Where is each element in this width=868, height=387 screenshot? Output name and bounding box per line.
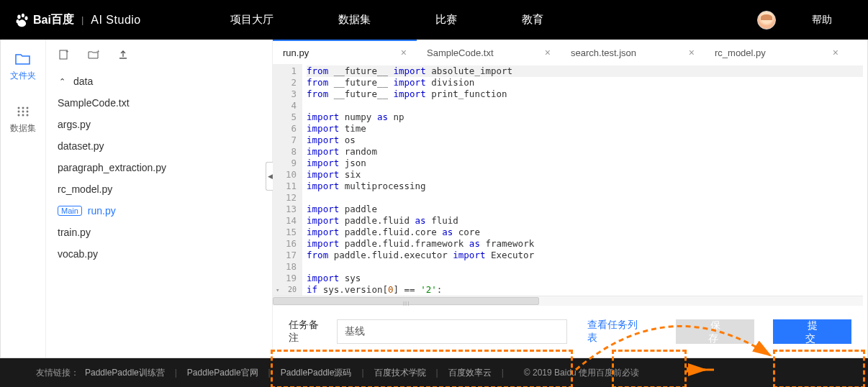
tab-samplecode[interactable]: SampleCode.txt× xyxy=(417,40,561,64)
code-editor[interactable]: 123456789101112131415161718192021222324 … xyxy=(273,64,867,296)
note-label: 任务备注 xyxy=(289,319,327,345)
tree-file[interactable]: rc_model.py xyxy=(55,178,263,200)
submit-button[interactable]: 提 交 xyxy=(773,319,851,344)
task-note-input[interactable] xyxy=(337,319,567,344)
save-button[interactable]: 保 存 xyxy=(676,319,754,344)
svg-point-9 xyxy=(27,111,29,113)
tree-file-selected[interactable]: Main run.py xyxy=(55,200,263,222)
horizontal-scrollbar[interactable]: ||| xyxy=(273,296,863,306)
upload-icon[interactable] xyxy=(118,50,128,62)
footer-link[interactable]: PaddlePaddle训练营 xyxy=(85,367,165,379)
rail-item-files[interactable]: 文件夹 xyxy=(1,40,45,92)
footer-label: 友情链接： xyxy=(36,367,79,379)
rail-files-label: 文件夹 xyxy=(10,70,36,81)
help-link[interactable]: 帮助 xyxy=(812,14,832,27)
user-avatar[interactable] xyxy=(757,11,776,29)
svg-point-8 xyxy=(22,111,24,113)
close-icon[interactable]: × xyxy=(545,47,551,58)
view-tasklist-link[interactable]: 查看任务列表 xyxy=(587,319,644,345)
site-footer: 友情链接： PaddlePaddle训练营| PaddlePaddle官网| P… xyxy=(0,358,868,387)
tab-rc-model[interactable]: rc_model.py× xyxy=(705,40,849,64)
file-tree: ⌃ data SampleCode.txt args.py dataset.py… xyxy=(46,70,272,265)
nav-item-competition[interactable]: 比赛 xyxy=(435,13,457,27)
tree-file[interactable]: SampleCode.txt xyxy=(55,92,263,114)
ai-studio-label: AI Studio xyxy=(91,14,140,27)
new-folder-icon[interactable]: + xyxy=(88,50,99,62)
logo-area: Bai 百度 | AI Studio xyxy=(0,12,202,28)
footer-link[interactable]: PaddlePaddle官网 xyxy=(187,367,258,379)
svg-point-4 xyxy=(18,107,20,109)
tree-file[interactable]: vocab.py xyxy=(55,243,263,265)
left-rail: 文件夹 数据集 xyxy=(1,40,46,358)
nav-item-education[interactable]: 教育 xyxy=(522,13,543,27)
footer-link[interactable]: 百度技术学院 xyxy=(374,367,426,379)
brand-baidu: 百度 xyxy=(51,12,74,27)
tab-search-json[interactable]: search.test.json× xyxy=(561,40,705,64)
caret-icon: ⌃ xyxy=(59,77,68,86)
close-icon[interactable]: × xyxy=(401,47,407,58)
tree-folder-label: data xyxy=(73,76,93,87)
close-icon[interactable]: × xyxy=(833,47,838,58)
tree-file[interactable]: train.py xyxy=(55,222,263,243)
new-file-icon[interactable]: + xyxy=(59,50,69,62)
svg-text:+: + xyxy=(65,50,69,55)
nav-item-project-hall[interactable]: 项目大厅 xyxy=(230,13,273,27)
svg-point-12 xyxy=(27,114,29,117)
editor-tabs: run.py× SampleCode.txt× search.test.json… xyxy=(273,40,867,64)
code-content[interactable]: from __future__ import absolute_importfr… xyxy=(302,64,867,296)
dataset-icon xyxy=(15,105,31,118)
rail-item-dataset[interactable]: 数据集 xyxy=(1,92,45,145)
footer-link[interactable]: 百度效率云 xyxy=(448,367,492,379)
baidu-logo[interactable]: Bai 百度 xyxy=(14,12,74,28)
svg-point-6 xyxy=(27,107,29,109)
footer-copyright: © 2019 Baidu 使用百度前必读 xyxy=(524,367,639,379)
tree-file[interactable]: args.py xyxy=(55,114,263,135)
svg-point-10 xyxy=(18,114,20,117)
main-nav: 项目大厅 数据集 比赛 教育 xyxy=(230,13,543,27)
file-explorer: + + ⌃ data SampleCode.txt args.py datase… xyxy=(46,40,273,358)
paw-icon xyxy=(14,12,30,28)
svg-text:+: + xyxy=(96,50,99,55)
tree-file[interactable]: paragraph_extraction.py xyxy=(55,157,263,178)
svg-point-0 xyxy=(17,14,20,19)
main-tag: Main xyxy=(58,206,82,216)
svg-point-11 xyxy=(22,114,24,117)
folder-icon xyxy=(15,53,31,65)
footer-link[interactable]: PaddlePaddle源码 xyxy=(281,367,352,379)
close-icon[interactable]: × xyxy=(689,47,695,58)
line-gutter: 123456789101112131415161718192021222324 xyxy=(273,64,302,296)
top-nav-bar: Bai 百度 | AI Studio 项目大厅 数据集 比赛 教育 帮助 xyxy=(0,0,868,40)
svg-point-2 xyxy=(24,16,27,20)
task-footer: 任务备注 查看任务列表 保 存 提 交 xyxy=(273,306,867,358)
brand-divider: | xyxy=(81,14,83,25)
tab-run-py[interactable]: run.py× xyxy=(273,40,417,64)
brand-prefix: Bai xyxy=(33,14,51,27)
svg-point-7 xyxy=(18,111,20,113)
tree-file[interactable]: dataset.py xyxy=(55,135,263,157)
tree-folder-data[interactable]: ⌃ data xyxy=(55,70,263,92)
rail-dataset-label: 数据集 xyxy=(10,123,36,133)
scrollbar-thumb[interactable]: ||| xyxy=(273,297,539,305)
svg-point-1 xyxy=(22,13,24,17)
editor-area: ◀ run.py× SampleCode.txt× search.test.js… xyxy=(273,40,867,358)
file-toolbar: + + xyxy=(46,45,272,70)
svg-point-5 xyxy=(22,107,24,109)
nav-item-datasets[interactable]: 数据集 xyxy=(338,13,371,27)
